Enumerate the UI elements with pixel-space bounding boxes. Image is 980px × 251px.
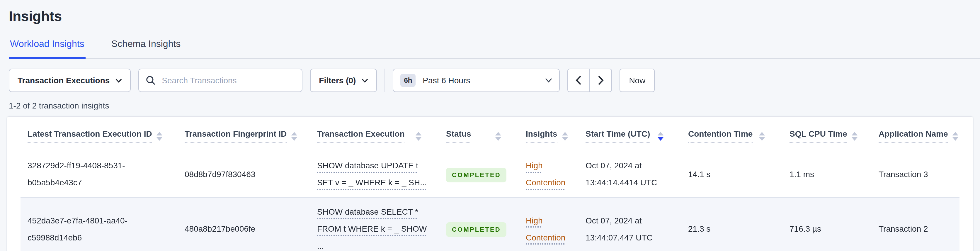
search-icon [146, 76, 155, 85]
start-time: Oct 07, 2024 at 13:44:07.447 UTC [579, 197, 681, 251]
time-range-badge: 6h [400, 74, 415, 87]
page-title: Insights [0, 0, 980, 25]
application-name: Transaction 3 [872, 151, 959, 197]
column-header-latest-transaction-execution-id[interactable]: Latest Transaction Execution ID [21, 117, 178, 151]
table-row: 328729d2-ff19-4408-8531- b05a5b4e43c7 08… [21, 151, 959, 197]
tab-schema-insights[interactable]: Schema Insights [110, 39, 182, 59]
sort-icon[interactable] [953, 132, 959, 141]
results-count: 1-2 of 2 transaction insights [9, 101, 980, 110]
transaction-type-dropdown-label: Transaction Executions [18, 76, 110, 85]
column-header-transaction-fingerprint-id[interactable]: Transaction Fingerprint ID [178, 117, 310, 151]
contention-time: 21.3 s [681, 197, 783, 251]
latest-transaction-execution-id: 328729d2-ff19-4408-8531- b05a5b4e43c7 [21, 151, 178, 197]
time-range-label: Past 6 Hours [423, 76, 538, 85]
sql-cpu-time: 716.3 µs [783, 197, 872, 251]
search-input[interactable] [161, 75, 295, 86]
filters-dropdown[interactable]: Filters (0) [310, 69, 377, 92]
column-header-status[interactable]: Status [439, 117, 519, 151]
column-header-transaction-execution[interactable]: Transaction Execution [310, 117, 439, 151]
column-header-application-name[interactable]: Application Name [872, 117, 959, 151]
start-time: Oct 07, 2024 at 13:44:14.4414 UTC [579, 151, 681, 197]
transaction-fingerprint-id: 480a8b217be006fe [178, 197, 310, 251]
column-header-insights[interactable]: Insights [519, 117, 579, 151]
column-header-start-time[interactable]: Start Time (UTC) [579, 117, 681, 151]
chevron-down-icon [545, 78, 552, 83]
now-button[interactable]: Now [619, 69, 655, 92]
toolbar-divider [385, 69, 385, 92]
sort-icon[interactable] [759, 132, 765, 141]
chevron-down-icon [116, 78, 122, 82]
sort-icon[interactable] [852, 132, 858, 141]
transaction-type-dropdown[interactable]: Transaction Executions [9, 69, 131, 92]
sort-icon-active-desc[interactable] [658, 132, 663, 141]
time-next-button[interactable] [590, 69, 612, 92]
column-header-contention-time[interactable]: Contention Time [681, 117, 783, 151]
transaction-execution-link[interactable]: SHOW database UPDATE t SET v = _ WHERE k… [317, 161, 427, 187]
application-name: Transaction 2 [872, 197, 959, 251]
chevron-down-icon [362, 78, 368, 82]
transaction-insights-table: Latest Transaction Execution ID Transact… [21, 117, 959, 251]
insight-label: High Contention [526, 216, 565, 242]
status-badge: COMPLETED [446, 168, 507, 182]
column-header-sql-cpu-time[interactable]: SQL CPU Time [783, 117, 872, 151]
transaction-execution-link[interactable]: SHOW database SELECT * FROM t WHERE k = … [317, 207, 427, 250]
latest-transaction-execution-id: 452da3e7-e7fa-4801-aa40- c59988d14eb6 [21, 197, 178, 251]
time-range-dropdown[interactable]: 6h Past 6 Hours [393, 69, 560, 92]
workload-insights-page: Insights Workload Insights Schema Insigh… [0, 0, 980, 251]
chevron-left-icon [576, 76, 581, 85]
transaction-fingerprint-id: 08d8b7d97f830463 [178, 151, 310, 197]
filters-dropdown-label: Filters (0) [319, 76, 356, 85]
time-prev-button[interactable] [567, 69, 590, 92]
sql-cpu-time: 1.1 ms [783, 151, 872, 197]
chevron-right-icon [598, 76, 603, 85]
sort-icon[interactable] [495, 132, 501, 141]
sort-icon[interactable] [562, 132, 568, 141]
sort-icon[interactable] [157, 132, 163, 141]
tab-bar: Workload Insights Schema Insights [9, 39, 980, 59]
tab-workload-insights[interactable]: Workload Insights [9, 39, 86, 59]
table-header-row: Latest Transaction Execution ID Transact… [21, 117, 959, 151]
sort-icon[interactable] [291, 132, 298, 141]
toolbar: Transaction Executions Filters (0) 6h Pa… [9, 69, 980, 92]
table-row: 452da3e7-e7fa-4801-aa40- c59988d14eb6 48… [21, 197, 959, 251]
insights-table-card: Latest Transaction Execution ID Transact… [7, 117, 973, 251]
insight-label: High Contention [526, 161, 565, 187]
sort-icon[interactable] [415, 132, 422, 141]
status-badge: COMPLETED [446, 222, 507, 237]
contention-time: 14.1 s [681, 151, 783, 197]
time-range-arrows [567, 69, 612, 92]
search-input-wrapper [138, 69, 302, 92]
